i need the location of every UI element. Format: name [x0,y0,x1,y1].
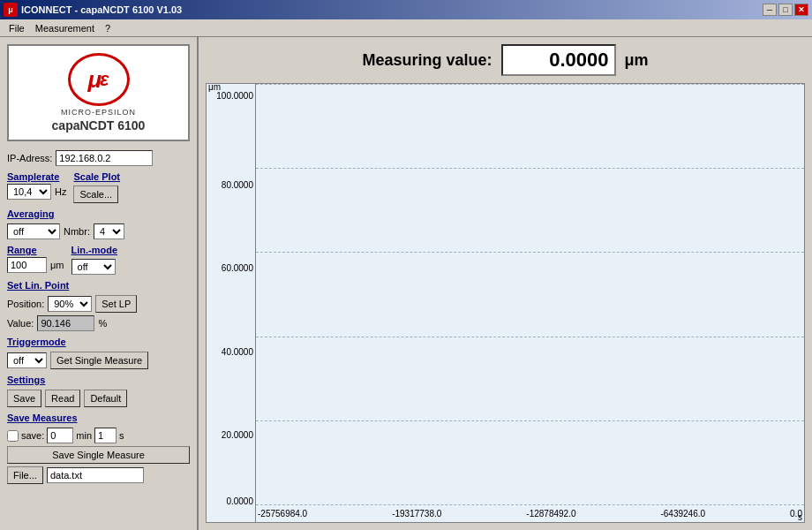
position-select[interactable]: 90% 80% 70% [48,296,92,312]
y-label-0: 100.0000 [216,91,253,101]
minimize-button[interactable]: ─ [763,4,777,16]
set-lin-section: Set Lin. Point Position: 90% 80% 70% Set… [7,280,190,331]
range-section: Range μm Lin.-mode off on [7,245,190,275]
lin-mode-label: Lin.-mode [71,245,118,255]
menu-file[interactable]: File [4,21,30,35]
save-button[interactable]: Save [7,390,41,407]
grid-line-5 [256,420,804,421]
nmbr-label: Nmbr: [64,226,90,237]
save-measures-label: Save Measures [7,413,190,423]
grid-line-4 [256,337,804,337]
menu-measurement[interactable]: Measurement [30,21,100,35]
window-title: ICONNECT - capaNCDT 6100 V1.03 [21,4,182,15]
nmbr-select[interactable]: 2 4 8 16 [94,223,124,239]
measuring-label: Measuring value: [362,51,492,70]
hz-label: Hz [55,186,66,197]
samplerate-section: Samplerate 10,4 20,8 Hz Scale Plot Scale… [7,171,190,203]
measuring-value: 0.0000 [549,49,608,72]
read-button[interactable]: Read [45,390,80,407]
settings-section: Settings Save Read Default [7,375,190,407]
ip-input[interactable] [56,150,153,166]
min-label: min [76,430,92,441]
lin-select[interactable]: off on [71,259,116,275]
value-label: Value: [7,318,34,329]
set-lp-button[interactable]: Set LP [95,295,137,313]
product-name: capaNCDT 6100 [52,118,146,132]
title-bar: μ ICONNECT - capaNCDT 6100 V1.03 ─ □ ✕ [0,0,812,19]
y-label-3: 40.0000 [222,347,253,357]
file-input[interactable] [47,467,144,483]
chart-grid [256,84,804,504]
window-controls: ─ □ ✕ [763,4,808,16]
x-label-1: -19317738.0 [392,509,441,519]
left-panel: μ ε MICRO-EPSILON capaNCDT 6100 IP-Adres… [0,37,199,530]
close-button[interactable]: ✕ [794,4,808,16]
s-input[interactable] [94,428,117,443]
company-name: MICRO-EPSILON [61,108,136,117]
get-single-button[interactable]: Get Single Measure [50,352,148,369]
grid-line-2 [256,168,804,169]
y-label-1: 80.0000 [222,180,253,190]
settings-label: Settings [7,375,190,385]
value-input[interactable] [37,315,94,331]
menu-bar: File Measurement ? [0,19,812,37]
menu-help[interactable]: ? [100,21,116,35]
averaging-label: Averaging [7,208,190,219]
y-label-5: 0.0000 [226,496,253,506]
x-label-2: -12878492.0 [526,509,575,519]
main-container: μ ε MICRO-EPSILON capaNCDT 6100 IP-Adres… [0,37,812,530]
measuring-unit: μm [625,51,649,70]
scale-button[interactable]: Scale... [73,186,118,203]
ip-section: IP-Adress: [7,150,190,166]
right-panel: Measuring value: 0.0000 μm μm 100.0000 8… [199,37,812,530]
chart-container: μm 100.0000 80.0000 60.0000 40.0000 20.0… [206,83,805,523]
avg-select[interactable]: off on [7,223,60,239]
s-label: s [119,430,124,441]
save-checkbox[interactable] [7,430,19,442]
app-icon: μ [4,3,18,17]
scale-plot-label: Scale Plot [73,171,120,182]
set-lin-label: Set Lin. Point [7,280,190,291]
measuring-row: Measuring value: 0.0000 μm [206,44,805,76]
y-label-4: 20.0000 [222,430,253,440]
logo-area: μ ε MICRO-EPSILON capaNCDT 6100 [7,44,190,141]
save-single-button[interactable]: Save Single Measure [7,446,190,464]
triggermode-section: Triggermode off on Get Single Measure [7,337,190,369]
samplerate-label: Samplerate [7,171,66,182]
save-measures-section: Save Measures save: min s Save Single Me… [7,413,190,484]
range-label: Range [7,245,64,255]
triggermode-label: Triggermode [7,337,190,347]
logo-circle: μ ε [68,53,130,106]
chart-inner: -25756984.0 -19317738.0 -12878492.0 -643… [255,84,804,522]
samplerate-select[interactable]: 10,4 20,8 [7,184,51,200]
maximize-button[interactable]: □ [778,4,793,16]
chart-x-labels: -25756984.0 -19317738.0 -12878492.0 -643… [256,504,804,522]
save-text: save: [21,430,44,441]
chart-y-labels: μm 100.0000 80.0000 60.0000 40.0000 20.0… [207,84,255,522]
range-input[interactable] [7,257,47,273]
measuring-value-box: 0.0000 [501,44,616,76]
default-button[interactable]: Default [84,390,127,407]
trig-select[interactable]: off on [7,352,47,368]
range-unit: μm [50,260,64,270]
logo-epsilon: ε [100,68,109,91]
min-input[interactable] [47,428,73,443]
file-button[interactable]: File... [7,466,43,484]
ip-label: IP-Adress: [7,153,52,163]
x-unit: s [798,512,802,522]
position-label: Position: [7,299,44,309]
y-label-2: 60.0000 [222,263,253,273]
x-label-0: -25756984.0 [258,509,307,519]
value-unit: % [98,318,107,329]
averaging-section: Averaging off on Nmbr: 2 4 8 16 [7,208,190,239]
grid-line-1 [256,84,804,85]
x-label-3: -6439246.0 [660,509,705,519]
grid-line-3 [256,252,804,253]
